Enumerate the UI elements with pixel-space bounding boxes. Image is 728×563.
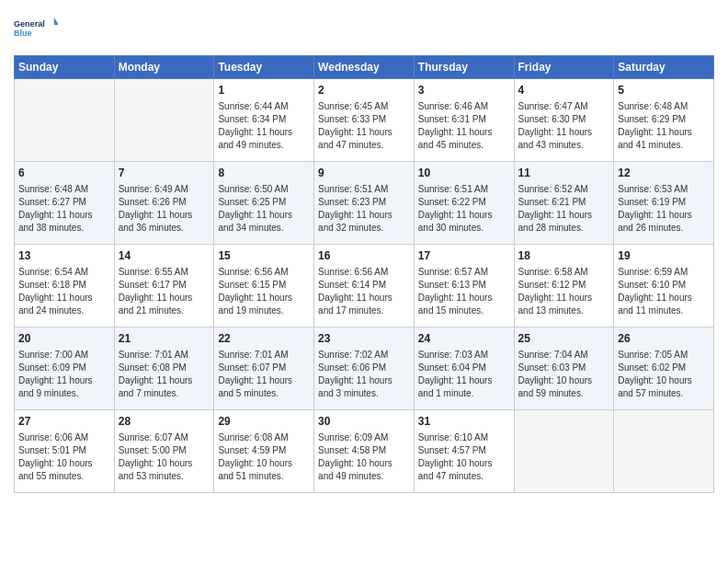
calendar-cell: 17Sunrise: 6:57 AMSunset: 6:13 PMDayligh…	[414, 245, 514, 327]
day-number: 30	[318, 414, 410, 430]
calendar-cell	[114, 79, 214, 162]
svg-text:General: General	[14, 19, 45, 29]
day-info: Sunrise: 6:06 AMSunset: 5:01 PMDaylight:…	[18, 431, 110, 483]
calendar-cell: 11Sunrise: 6:52 AMSunset: 6:21 PMDayligh…	[514, 162, 614, 245]
day-info: Sunrise: 6:07 AMSunset: 5:00 PMDaylight:…	[119, 431, 210, 483]
day-number: 12	[618, 166, 710, 181]
calendar-week-4: 20Sunrise: 7:00 AMSunset: 6:09 PMDayligh…	[15, 327, 714, 410]
logo: General Blue	[14, 9, 58, 50]
day-info: Sunrise: 7:01 AMSunset: 6:07 PMDaylight:…	[218, 349, 310, 400]
calendar-cell: 7Sunrise: 6:49 AMSunset: 6:26 PMDaylight…	[114, 162, 214, 245]
calendar-cell: 2Sunrise: 6:45 AMSunset: 6:33 PMDaylight…	[314, 79, 415, 162]
day-info: Sunrise: 6:55 AMSunset: 6:17 PMDaylight:…	[119, 266, 210, 317]
calendar-week-3: 13Sunrise: 6:54 AMSunset: 6:18 PMDayligh…	[15, 245, 714, 327]
calendar-cell: 14Sunrise: 6:55 AMSunset: 6:17 PMDayligh…	[114, 245, 214, 327]
day-info: Sunrise: 7:01 AMSunset: 6:08 PMDaylight:…	[119, 349, 210, 400]
day-number: 7	[119, 166, 210, 181]
day-info: Sunrise: 6:52 AMSunset: 6:21 PMDaylight:…	[518, 183, 610, 235]
day-info: Sunrise: 6:54 AMSunset: 6:18 PMDaylight:…	[18, 266, 110, 317]
col-header-sunday: Sunday	[15, 56, 115, 79]
page-header: General Blue	[14, 9, 714, 50]
calendar-cell: 20Sunrise: 7:00 AMSunset: 6:09 PMDayligh…	[15, 327, 115, 410]
day-number: 19	[618, 248, 710, 264]
day-info: Sunrise: 6:59 AMSunset: 6:10 PMDaylight:…	[618, 266, 710, 317]
day-number: 22	[218, 331, 310, 347]
day-number: 10	[418, 166, 510, 181]
day-number: 4	[518, 83, 610, 98]
day-number: 28	[119, 414, 210, 430]
day-number: 24	[418, 331, 510, 347]
day-number: 26	[618, 331, 710, 347]
calendar-cell: 23Sunrise: 7:02 AMSunset: 6:06 PMDayligh…	[314, 327, 415, 410]
day-info: Sunrise: 7:03 AMSunset: 6:04 PMDaylight:…	[418, 349, 510, 400]
calendar-cell: 16Sunrise: 6:56 AMSunset: 6:14 PMDayligh…	[314, 245, 415, 327]
calendar-cell: 13Sunrise: 6:54 AMSunset: 6:18 PMDayligh…	[15, 245, 115, 327]
day-info: Sunrise: 6:48 AMSunset: 6:27 PMDaylight:…	[18, 183, 110, 235]
day-number: 21	[119, 331, 210, 347]
day-number: 1	[218, 83, 310, 98]
day-number: 13	[18, 248, 110, 264]
day-number: 8	[218, 166, 310, 181]
calendar-cell: 6Sunrise: 6:48 AMSunset: 6:27 PMDaylight…	[15, 162, 115, 245]
calendar-cell: 27Sunrise: 6:06 AMSunset: 5:01 PMDayligh…	[15, 410, 115, 493]
calendar-cell: 19Sunrise: 6:59 AMSunset: 6:10 PMDayligh…	[614, 245, 714, 327]
calendar-cell: 18Sunrise: 6:58 AMSunset: 6:12 PMDayligh…	[514, 245, 614, 327]
calendar-cell: 12Sunrise: 6:53 AMSunset: 6:19 PMDayligh…	[614, 162, 714, 245]
col-header-wednesday: Wednesday	[314, 56, 415, 79]
day-number: 9	[318, 166, 410, 181]
calendar-week-2: 6Sunrise: 6:48 AMSunset: 6:27 PMDaylight…	[15, 162, 714, 245]
calendar-cell: 28Sunrise: 6:07 AMSunset: 5:00 PMDayligh…	[114, 410, 214, 493]
day-number: 27	[18, 414, 110, 430]
calendar-cell: 21Sunrise: 7:01 AMSunset: 6:08 PMDayligh…	[114, 327, 214, 410]
svg-marker-2	[54, 17, 58, 26]
day-number: 25	[518, 331, 610, 347]
day-info: Sunrise: 6:58 AMSunset: 6:12 PMDaylight:…	[518, 266, 610, 317]
day-info: Sunrise: 6:08 AMSunset: 4:59 PMDaylight:…	[218, 431, 310, 483]
col-header-tuesday: Tuesday	[214, 56, 314, 79]
day-info: Sunrise: 6:53 AMSunset: 6:19 PMDaylight:…	[618, 183, 710, 235]
calendar-cell: 24Sunrise: 7:03 AMSunset: 6:04 PMDayligh…	[414, 327, 514, 410]
calendar-week-5: 27Sunrise: 6:06 AMSunset: 5:01 PMDayligh…	[15, 410, 714, 493]
day-number: 2	[318, 83, 410, 98]
day-info: Sunrise: 6:45 AMSunset: 6:33 PMDaylight:…	[318, 100, 410, 152]
day-info: Sunrise: 7:04 AMSunset: 6:03 PMDaylight:…	[518, 349, 610, 400]
day-info: Sunrise: 7:00 AMSunset: 6:09 PMDaylight:…	[18, 349, 110, 400]
day-info: Sunrise: 7:05 AMSunset: 6:02 PMDaylight:…	[618, 349, 710, 400]
day-info: Sunrise: 6:56 AMSunset: 6:15 PMDaylight:…	[218, 266, 310, 317]
day-info: Sunrise: 6:46 AMSunset: 6:31 PMDaylight:…	[418, 100, 510, 152]
day-info: Sunrise: 6:48 AMSunset: 6:29 PMDaylight:…	[618, 100, 710, 152]
day-number: 3	[418, 83, 510, 98]
calendar-cell: 1Sunrise: 6:44 AMSunset: 6:34 PMDaylight…	[214, 79, 314, 162]
calendar-table: SundayMondayTuesdayWednesdayThursdayFrid…	[14, 55, 714, 493]
calendar-cell: 8Sunrise: 6:50 AMSunset: 6:25 PMDaylight…	[214, 162, 314, 245]
calendar-cell	[15, 79, 115, 162]
calendar-cell: 5Sunrise: 6:48 AMSunset: 6:29 PMDaylight…	[614, 79, 714, 162]
day-number: 11	[518, 166, 610, 181]
col-header-saturday: Saturday	[614, 56, 714, 79]
day-number: 20	[18, 331, 110, 347]
day-info: Sunrise: 6:50 AMSunset: 6:25 PMDaylight:…	[218, 183, 310, 235]
calendar-cell: 3Sunrise: 6:46 AMSunset: 6:31 PMDaylight…	[414, 79, 514, 162]
calendar-cell: 26Sunrise: 7:05 AMSunset: 6:02 PMDayligh…	[614, 327, 714, 410]
svg-text:Blue: Blue	[14, 29, 32, 38]
day-info: Sunrise: 6:44 AMSunset: 6:34 PMDaylight:…	[218, 100, 310, 152]
calendar-cell: 25Sunrise: 7:04 AMSunset: 6:03 PMDayligh…	[514, 327, 614, 410]
day-info: Sunrise: 6:57 AMSunset: 6:13 PMDaylight:…	[418, 266, 510, 317]
calendar-cell: 31Sunrise: 6:10 AMSunset: 4:57 PMDayligh…	[414, 410, 514, 493]
day-info: Sunrise: 6:56 AMSunset: 6:14 PMDaylight:…	[318, 266, 410, 317]
day-info: Sunrise: 6:10 AMSunset: 4:57 PMDaylight:…	[418, 431, 510, 483]
day-info: Sunrise: 7:02 AMSunset: 6:06 PMDaylight:…	[318, 349, 410, 400]
calendar-cell: 15Sunrise: 6:56 AMSunset: 6:15 PMDayligh…	[214, 245, 314, 327]
day-number: 6	[18, 166, 110, 181]
col-header-friday: Friday	[514, 56, 614, 79]
col-header-monday: Monday	[114, 56, 214, 79]
calendar-cell	[614, 410, 714, 493]
calendar-week-1: 1Sunrise: 6:44 AMSunset: 6:34 PMDaylight…	[15, 79, 714, 162]
calendar-cell: 4Sunrise: 6:47 AMSunset: 6:30 PMDaylight…	[514, 79, 614, 162]
day-number: 5	[618, 83, 710, 98]
day-info: Sunrise: 6:51 AMSunset: 6:22 PMDaylight:…	[418, 183, 510, 235]
day-info: Sunrise: 6:09 AMSunset: 4:58 PMDaylight:…	[318, 431, 410, 483]
day-info: Sunrise: 6:47 AMSunset: 6:30 PMDaylight:…	[518, 100, 610, 152]
day-number: 15	[218, 248, 310, 264]
day-number: 16	[318, 248, 410, 264]
